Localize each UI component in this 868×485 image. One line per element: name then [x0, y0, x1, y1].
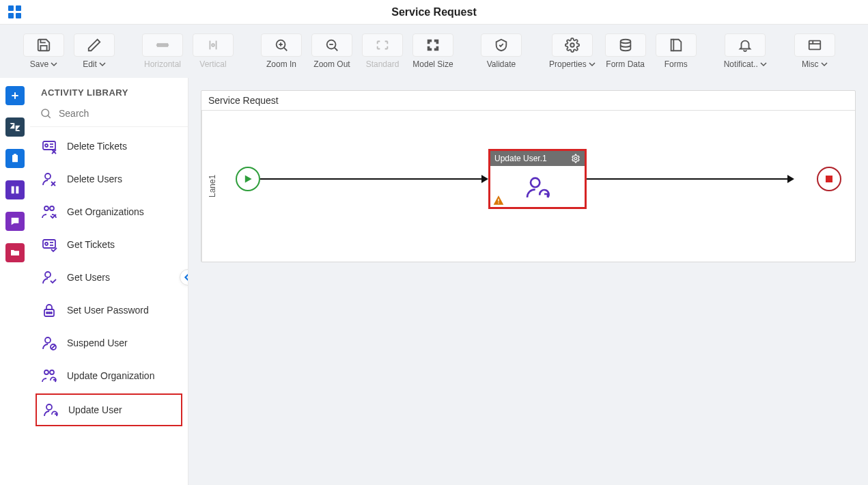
- chevron-down-icon: [99, 61, 106, 68]
- form-data-button[interactable]: Form Data: [602, 32, 649, 70]
- svg-point-48: [51, 312, 52, 314]
- svg-point-54: [46, 404, 52, 410]
- chat-icon[interactable]: [5, 212, 25, 231]
- zendesk-icon[interactable]: [5, 117, 25, 137]
- validate-button[interactable]: Validate: [478, 32, 524, 70]
- forms-button[interactable]: Forms: [653, 32, 699, 70]
- svg-point-52: [44, 370, 48, 374]
- svg-rect-3: [16, 13, 21, 18]
- chevron-down-icon: [821, 61, 828, 68]
- search-input[interactable]: [57, 107, 180, 120]
- lib-item-label: Get Tickets: [67, 239, 115, 250]
- flow-arrow: [260, 178, 487, 180]
- svg-point-39: [50, 206, 54, 210]
- svg-line-12: [284, 48, 288, 51]
- lib-item-label: Delete Users: [67, 174, 122, 184]
- svg-rect-58: [498, 202, 499, 203]
- activity-node-update-user[interactable]: Update User.1: [488, 149, 587, 209]
- gear-icon[interactable]: [571, 154, 580, 163]
- svg-point-27: [42, 109, 49, 117]
- start-node[interactable]: [236, 167, 260, 191]
- lib-item-get-organizations[interactable]: Get Organizations: [30, 195, 188, 228]
- search-icon: [40, 107, 52, 120]
- svg-rect-18: [809, 41, 820, 50]
- folder-icon[interactable]: [5, 243, 25, 262]
- svg-point-49: [45, 337, 51, 343]
- properties-button[interactable]: Properties: [546, 32, 598, 70]
- svg-point-30: [45, 144, 48, 147]
- svg-point-41: [45, 242, 48, 245]
- lib-item-get-users[interactable]: Get Users: [30, 261, 188, 294]
- svg-point-38: [44, 206, 48, 210]
- warning-icon: [493, 195, 504, 206]
- align-vertical-button[interactable]: Vertical: [190, 32, 236, 70]
- lib-item-label: Delete Tickets: [67, 141, 127, 152]
- activity-label: Update User.1: [494, 154, 547, 163]
- add-icon[interactable]: [5, 86, 25, 105]
- zoom-model-size-button[interactable]: Model Size: [410, 32, 456, 70]
- sidebar-heading: ACTIVITY LIBRARY: [41, 87, 188, 98]
- svg-point-46: [46, 312, 48, 314]
- zoom-in-button[interactable]: Zoom In: [258, 32, 305, 70]
- svg-point-44: [45, 272, 51, 277]
- svg-point-16: [570, 43, 574, 47]
- misc-button[interactable]: Misc: [792, 32, 838, 70]
- user-delete-icon: [41, 171, 57, 187]
- page-title: Service Request: [30, 6, 838, 18]
- lib-item-label: Suspend User: [67, 337, 128, 348]
- activity-library-sidebar: ACTIVITY LIBRARY Delete Tickets Delete U…: [30, 78, 188, 485]
- lib-item-label: Update Organization: [67, 370, 154, 381]
- svg-point-56: [531, 178, 540, 187]
- zoom-out-button[interactable]: Zoom Out: [309, 32, 355, 70]
- lib-item-get-tickets[interactable]: Get Tickets: [30, 228, 188, 261]
- flow-arrow: [587, 178, 793, 180]
- lib-item-label: Get Organizations: [67, 206, 144, 217]
- chevron-down-icon: [760, 61, 767, 68]
- process-canvas[interactable]: Service Request Lane1 Update User.1: [201, 90, 856, 262]
- svg-point-7: [212, 44, 214, 46]
- svg-rect-57: [498, 199, 499, 202]
- align-horizontal-button[interactable]: Horizontal: [139, 32, 186, 70]
- app-grid-icon[interactable]: [7, 4, 23, 20]
- chevron-down-icon: [51, 61, 57, 68]
- svg-point-35: [45, 174, 51, 179]
- end-node[interactable]: [817, 167, 841, 191]
- toolbar: Save Edit Horizontal Vertical Zoom In Zo…: [0, 25, 868, 78]
- svg-rect-0: [8, 5, 14, 11]
- lib-item-set-user-password[interactable]: Set User Password: [30, 294, 188, 327]
- notifications-button[interactable]: Notificat..: [721, 32, 770, 70]
- save-button[interactable]: Save: [20, 32, 67, 70]
- user-update-icon: [524, 174, 551, 201]
- left-rail: [0, 78, 30, 485]
- lib-item-delete-tickets[interactable]: Delete Tickets: [30, 130, 188, 163]
- org-update-icon: [41, 368, 57, 384]
- svg-line-28: [48, 115, 51, 118]
- user-suspend-icon: [41, 335, 57, 351]
- lib-item-label: Set User Password: [67, 305, 149, 316]
- chevron-down-icon: [589, 61, 596, 68]
- svg-rect-25: [12, 186, 14, 194]
- zoom-standard-button[interactable]: Standard: [359, 32, 406, 70]
- svg-line-15: [335, 48, 338, 51]
- svg-rect-23: [12, 155, 18, 163]
- columns-icon[interactable]: [5, 180, 25, 199]
- svg-rect-24: [14, 154, 16, 156]
- ticket-delete-icon: [41, 138, 57, 154]
- edit-button[interactable]: Edit: [71, 32, 117, 70]
- svg-point-53: [50, 370, 54, 374]
- clipboard-icon[interactable]: [5, 149, 25, 168]
- lib-item-update-organization[interactable]: Update Organization: [30, 359, 188, 392]
- ticket-get-icon: [41, 236, 57, 253]
- svg-line-51: [51, 345, 55, 349]
- org-get-icon: [41, 204, 57, 220]
- lib-item-suspend-user[interactable]: Suspend User: [30, 327, 188, 359]
- svg-point-55: [574, 157, 577, 160]
- lane-label: Lane1: [201, 111, 222, 262]
- svg-point-17: [620, 40, 630, 44]
- user-get-icon: [41, 269, 57, 286]
- lib-item-delete-users[interactable]: Delete Users: [30, 163, 188, 195]
- svg-rect-2: [8, 13, 14, 18]
- lib-item-update-user[interactable]: Update User: [36, 393, 182, 426]
- svg-rect-26: [16, 186, 18, 194]
- svg-point-47: [48, 312, 50, 314]
